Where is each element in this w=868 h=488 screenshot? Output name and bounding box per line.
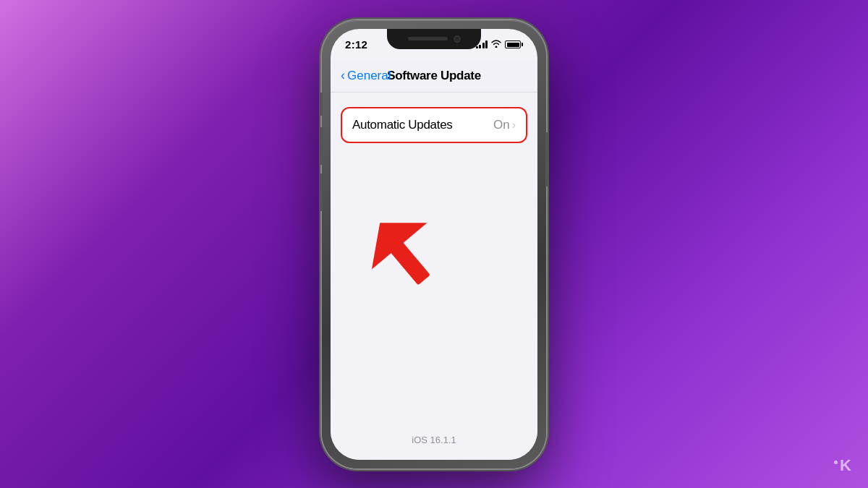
page-title: Software Update [387, 69, 481, 83]
speaker [408, 37, 448, 40]
front-camera [454, 35, 461, 43]
signal-bar-4 [485, 40, 488, 48]
signal-bar-2 [479, 45, 481, 48]
phone-device: 2:12 [322, 20, 546, 468]
wifi-icon [491, 40, 501, 50]
red-arrow-svg [352, 212, 468, 306]
power-button [545, 132, 548, 187]
notch [387, 29, 481, 49]
row-label: Automatic Updates [352, 118, 453, 132]
back-button[interactable]: ‹ General [341, 69, 391, 83]
row-value-container: On › [493, 118, 516, 132]
signal-bar-3 [482, 43, 485, 48]
status-time: 2:12 [345, 38, 367, 51]
volume-up-button [320, 127, 323, 165]
back-label: General [347, 69, 391, 83]
ios-version: iOS 16.1.1 [331, 435, 537, 445]
phone-screen: 2:12 [331, 29, 537, 460]
battery-icon [505, 40, 523, 48]
status-icons [476, 40, 524, 50]
navigation-bar: ‹ General Software Update [331, 61, 537, 93]
settings-section: Automatic Updates On › [341, 107, 527, 143]
row-value-text: On [493, 118, 510, 132]
watermark-letter: K [840, 456, 852, 475]
back-chevron-icon: ‹ [341, 68, 345, 83]
mute-button [320, 93, 323, 116]
row-chevron-icon: › [512, 119, 516, 132]
screen-content: Automatic Updates On › [331, 93, 537, 460]
watermark-dot [834, 461, 838, 464]
annotation-arrow [352, 212, 468, 306]
volume-down-button [320, 174, 323, 211]
automatic-updates-row[interactable]: Automatic Updates On › [341, 107, 527, 143]
signal-bar-1 [476, 46, 478, 48]
watermark: K [834, 456, 852, 475]
